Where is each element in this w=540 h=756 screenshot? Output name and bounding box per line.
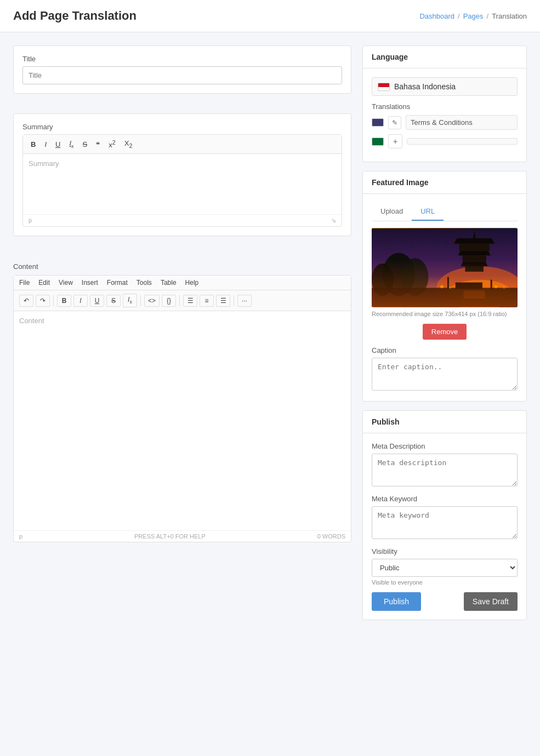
content-toolbar: ↶ ↷ B I U S Ix <> {} ☰ ≡ ☰ ··· (14, 290, 351, 311)
resize-handle[interactable]: ⇘ (331, 217, 336, 224)
svg-point-18 (383, 253, 415, 296)
menu-help[interactable]: Help (185, 279, 199, 287)
svg-point-20 (372, 264, 393, 296)
summary-subscript-btn[interactable]: X2 (122, 138, 135, 150)
featured-image-body: Upload URL (363, 194, 526, 401)
summary-editor[interactable]: Summary (23, 154, 342, 214)
meta-description-label: Meta Description (372, 442, 518, 450)
svg-rect-13 (491, 280, 492, 290)
align-left-btn[interactable]: ☰ (183, 295, 197, 307)
meta-description-textarea[interactable] (372, 454, 518, 486)
align-center-btn[interactable]: ≡ (200, 295, 214, 307)
summary-italic-btn[interactable]: I (42, 139, 49, 150)
meta-keyword-textarea[interactable] (372, 506, 518, 539)
content-editor-area[interactable]: Content (14, 311, 351, 530)
translation-item-us: ✎ Terms & Conditions (372, 115, 518, 130)
edit-translation-us-btn[interactable]: ✎ (388, 116, 401, 129)
redo-btn[interactable]: ↷ (36, 295, 50, 307)
save-draft-btn[interactable]: Save Draft (464, 592, 518, 611)
toolbar-divider-4 (234, 295, 234, 306)
page-title: Add Page Translation (13, 9, 137, 23)
language-selector[interactable]: Bahasa Indonesia (372, 77, 518, 96)
breadcrumb-current: Translation (492, 12, 527, 20)
svg-rect-0 (372, 228, 518, 307)
content-underline-btn[interactable]: U (90, 295, 104, 307)
flag-us (372, 118, 384, 127)
tab-url[interactable]: URL (412, 203, 444, 221)
summary-superscript-btn[interactable]: x2 (106, 138, 118, 150)
svg-point-1 (436, 266, 518, 307)
content-strikethrough-btn[interactable]: S (106, 295, 121, 307)
content-code-btn[interactable]: <> (144, 295, 160, 307)
svg-point-16 (494, 285, 498, 289)
tab-upload[interactable]: Upload (372, 203, 412, 221)
translation-name-sa (407, 138, 518, 145)
toolbar-divider-2 (140, 295, 141, 306)
content-italic-btn[interactable]: I (73, 295, 88, 307)
featured-image-preview (372, 228, 518, 307)
summary-strikethrough-btn[interactable]: S (81, 139, 90, 150)
menu-table[interactable]: Table (161, 279, 177, 287)
title-section: Title (13, 45, 351, 94)
menu-file[interactable]: File (19, 279, 30, 287)
menu-format[interactable]: Format (107, 279, 128, 287)
svg-point-15 (449, 287, 451, 289)
summary-quote-btn[interactable]: ❝ (94, 139, 102, 150)
more-btn[interactable]: ··· (237, 295, 252, 307)
content-label: Content (13, 256, 351, 275)
undo-btn[interactable]: ↶ (19, 295, 33, 307)
breadcrumb-dashboard[interactable]: Dashboard (419, 12, 454, 20)
featured-image-title: Featured Image (363, 171, 526, 194)
content-section: Content File Edit View Insert Format Too… (13, 256, 351, 542)
left-panel: Title Summary B I U Ix S ❝ x2 X2 Summary (13, 45, 351, 542)
publish-actions: Publish Save Draft (372, 592, 518, 611)
page-header: Add Page Translation Dashboard / Pages /… (0, 0, 540, 32)
breadcrumb-pages[interactable]: Pages (463, 12, 484, 20)
flag-sa (372, 138, 384, 146)
content-source-btn[interactable]: {} (162, 295, 176, 307)
language-card-body: Bahasa Indonesia Translations ✎ Terms & … (363, 68, 526, 162)
language-card-title: Language (363, 46, 526, 68)
toolbar-divider-3 (179, 295, 180, 306)
menu-edit[interactable]: Edit (38, 279, 50, 287)
remove-image-btn[interactable]: Remove (423, 324, 467, 340)
caption-textarea[interactable] (372, 358, 518, 391)
meta-keyword-label: Meta Keyword (372, 495, 518, 503)
summary-bold-btn[interactable]: B (29, 139, 38, 150)
add-translation-sa-btn[interactable]: + (388, 134, 402, 148)
publish-btn[interactable]: Publish (372, 592, 421, 611)
svg-marker-5 (461, 261, 488, 266)
summary-italic-clear-btn[interactable]: Ix (67, 138, 76, 150)
svg-point-14 (440, 285, 444, 289)
featured-image-tabs: Upload URL (372, 203, 518, 221)
flag-indonesia (378, 83, 390, 91)
language-card: Language Bahasa Indonesia Translations ✎… (362, 45, 527, 162)
visibility-label: Visibility (372, 547, 518, 555)
svg-marker-9 (454, 238, 495, 244)
summary-underline-btn[interactable]: U (53, 139, 62, 150)
svg-rect-21 (372, 288, 518, 306)
publish-card-body: Meta Description Meta Keyword Visibility… (363, 433, 526, 620)
content-italic-clear-btn[interactable]: Ix (123, 294, 137, 307)
menu-view[interactable]: View (59, 279, 73, 287)
title-label: Title (22, 55, 342, 63)
publish-card: Publish Meta Description Meta Keyword Vi… (362, 410, 527, 620)
title-input[interactable] (22, 66, 342, 84)
main-layout: Title Summary B I U Ix S ❝ x2 X2 Summary (0, 32, 540, 642)
svg-rect-8 (463, 255, 486, 262)
translation-item-sa: + (372, 134, 518, 148)
align-right-btn[interactable]: ☰ (216, 295, 230, 307)
svg-rect-6 (465, 266, 483, 272)
summary-label: Summary (22, 123, 342, 131)
svg-point-2 (447, 280, 512, 307)
menu-insert[interactable]: Insert (82, 279, 98, 287)
svg-rect-10 (459, 244, 490, 251)
content-bold-btn[interactable]: B (57, 295, 71, 307)
content-menubar: File Edit View Insert Format Tools Table… (14, 276, 351, 290)
image-hint: Recommended image size 736x414 px (16:9 … (372, 311, 518, 317)
visibility-select[interactable]: Public Private Password Protected (372, 559, 518, 577)
menu-tools[interactable]: Tools (137, 279, 152, 287)
svg-point-19 (401, 258, 428, 296)
svg-rect-4 (456, 283, 482, 289)
svg-rect-3 (372, 288, 518, 306)
